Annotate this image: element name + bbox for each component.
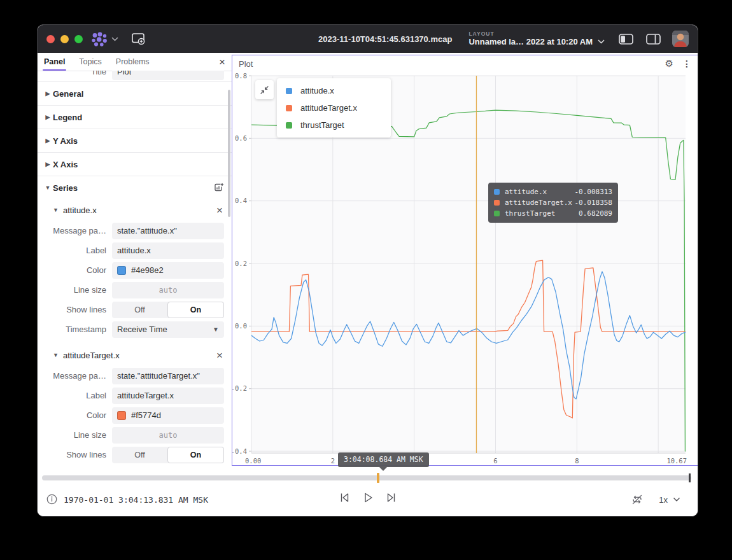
legend-item[interactable]: attitudeTarget.x <box>277 99 391 116</box>
info-icon[interactable] <box>46 494 57 505</box>
color-swatch[interactable] <box>117 411 126 420</box>
series-color-swatch <box>494 211 500 216</box>
zoom-window-button[interactable] <box>74 35 83 43</box>
plot-panel-header[interactable]: Plot ⚙ ⋮ <box>232 55 698 72</box>
message-path-input[interactable]: state."attitude.x" <box>112 223 224 239</box>
legend-item[interactable]: attitude.x <box>277 82 391 99</box>
plot-panel: 0.80.60.40.20.0-0.2-0.40.00246810.67 Plo… <box>232 55 698 466</box>
chevron-down-icon: ▼ <box>53 352 59 358</box>
line-size-label: Line size <box>38 430 112 440</box>
svg-text:0.4: 0.4 <box>235 197 247 204</box>
timestamp-select[interactable]: Receive Time ▼ <box>112 321 224 338</box>
tab-problems[interactable]: Problems <box>116 53 150 71</box>
layout-selector[interactable]: LAYOUT Unnamed la… 2022 at 10:20 AM <box>468 31 605 46</box>
seek-bar[interactable] <box>42 475 691 480</box>
message-path-input[interactable]: state."attitudeTarget.x" <box>112 368 224 384</box>
show-lines-on-button[interactable]: On <box>167 447 224 463</box>
title-field-label: Title <box>38 71 112 76</box>
playback-timestamp[interactable]: 1970-01-01 3:04:13.831 AM MSK <box>64 495 208 505</box>
loop-disabled-icon[interactable] <box>631 493 644 506</box>
show-lines-label: Show lines <box>38 450 112 459</box>
panel-settings: Title Plot ▶ General ▶ Legend ▶ Y Axis <box>38 71 232 467</box>
collapse-arrows-icon <box>260 85 269 95</box>
transport-controls <box>338 491 398 504</box>
user-avatar[interactable] <box>672 31 689 47</box>
close-window-button[interactable] <box>46 35 55 43</box>
color-swatch[interactable] <box>117 266 126 275</box>
show-lines-on-button[interactable]: On <box>167 302 224 318</box>
workspace: Panel Topics Problems × Title Plot ▶ Gen… <box>38 53 698 467</box>
label-label: Label <box>38 391 112 400</box>
message-path-label: Message pa… <box>38 226 112 235</box>
color-label: Color <box>38 410 112 420</box>
series-label-input[interactable]: attitudeTarget.x <box>112 388 224 404</box>
series-color-input[interactable]: #4e98e2 <box>112 262 224 279</box>
sidebar-tabbar: Panel Topics Problems × <box>38 53 232 71</box>
show-lines-label: Show lines <box>38 305 112 314</box>
playback-speed[interactable]: 1x <box>659 495 668 505</box>
timestamp-label: Timestamp <box>38 325 112 334</box>
section-y-axis[interactable]: ▶ Y Axis <box>38 129 232 152</box>
settings-sidebar: Panel Topics Problems × Title Plot ▶ Gen… <box>38 53 232 467</box>
svg-text:8: 8 <box>575 457 579 465</box>
chevron-right-icon: ▶ <box>43 90 53 97</box>
show-lines-toggle: Off On <box>112 447 224 463</box>
line-size-input[interactable]: auto <box>112 282 224 298</box>
show-lines-off-button[interactable]: Off <box>112 302 167 318</box>
remove-series-icon[interactable]: × <box>216 350 223 361</box>
sidebar-close-icon[interactable]: × <box>219 57 225 67</box>
line-size-input[interactable]: auto <box>112 427 224 444</box>
chevron-down-icon: ▼ <box>43 185 53 191</box>
add-series-icon[interactable] <box>214 183 224 193</box>
svg-text:10.67: 10.67 <box>666 457 687 465</box>
chevron-right-icon: ▶ <box>43 137 53 144</box>
chevron-right-icon: ▶ <box>43 114 53 120</box>
series-label-input[interactable]: attitude.x <box>112 242 224 259</box>
app-window: 2023-11-10T04:51:45.631370.mcap LAYOUT U… <box>37 24 698 517</box>
seek-backward-button[interactable] <box>338 491 351 504</box>
svg-text:0.00: 0.00 <box>245 457 261 465</box>
titlebar: 2023-11-10T04:51:45.631370.mcap LAYOUT U… <box>38 25 698 53</box>
legend-item[interactable]: thrustTarget <box>277 116 391 134</box>
series-color-swatch <box>286 105 292 111</box>
panel-title-input[interactable]: Plot <box>112 71 224 80</box>
svg-text:-0.2: -0.2 <box>232 384 247 392</box>
series-color-swatch <box>286 88 292 94</box>
series-color-input[interactable]: #f5774d <box>112 407 224 424</box>
tooltip-row: attitudeTarget.x -0.018358 <box>494 197 612 208</box>
foxglove-logo-icon[interactable] <box>91 32 108 46</box>
svg-text:0.2: 0.2 <box>235 260 247 267</box>
chevron-down-icon: ▼ <box>213 326 219 333</box>
color-label: Color <box>38 265 112 275</box>
section-x-axis[interactable]: ▶ X Axis <box>38 152 232 176</box>
speed-chevron-icon[interactable] <box>673 498 680 501</box>
seek-hover-marker[interactable] <box>377 473 379 483</box>
series-color-swatch <box>494 200 500 206</box>
play-button[interactable] <box>362 491 374 504</box>
toggle-left-sidebar-button[interactable] <box>619 34 633 45</box>
panel-menu-icon[interactable]: ⋮ <box>682 59 691 69</box>
show-lines-off-button[interactable]: Off <box>112 447 167 463</box>
settings-gear-icon[interactable]: ⚙ <box>665 58 673 69</box>
data-source-filename[interactable]: 2023-11-10T04:51:45.631370.mcap <box>318 34 452 44</box>
toggle-right-sidebar-button[interactable] <box>646 34 661 45</box>
svg-text:6: 6 <box>493 457 497 465</box>
tab-topics[interactable]: Topics <box>79 53 101 71</box>
section-general[interactable]: ▶ General <box>38 81 232 105</box>
series-group-header[interactable]: ▼ attitudeTarget.x × <box>38 344 232 366</box>
layout-chevron-icon <box>598 39 605 44</box>
app-menu-chevron-icon[interactable] <box>111 37 118 41</box>
series-group-header[interactable]: ▼ attitude.x × <box>38 199 232 221</box>
series-color-swatch <box>286 122 292 129</box>
collapse-legend-button[interactable] <box>255 80 274 99</box>
add-panel-button[interactable] <box>131 32 146 45</box>
remove-series-icon[interactable]: × <box>216 205 223 216</box>
section-legend[interactable]: ▶ Legend <box>38 105 232 129</box>
tooltip-row: attitude.x -0.008313 <box>494 186 612 197</box>
tab-panel[interactable]: Panel <box>44 53 65 71</box>
sidebar-scrollbar[interactable] <box>228 90 230 217</box>
section-series[interactable]: ▼ Series <box>38 176 232 199</box>
seek-forward-button[interactable] <box>385 491 398 504</box>
series-group-attitude-x: ▼ attitude.x × Message pa… state."attitu… <box>38 199 232 339</box>
minimize-window-button[interactable] <box>60 35 69 43</box>
